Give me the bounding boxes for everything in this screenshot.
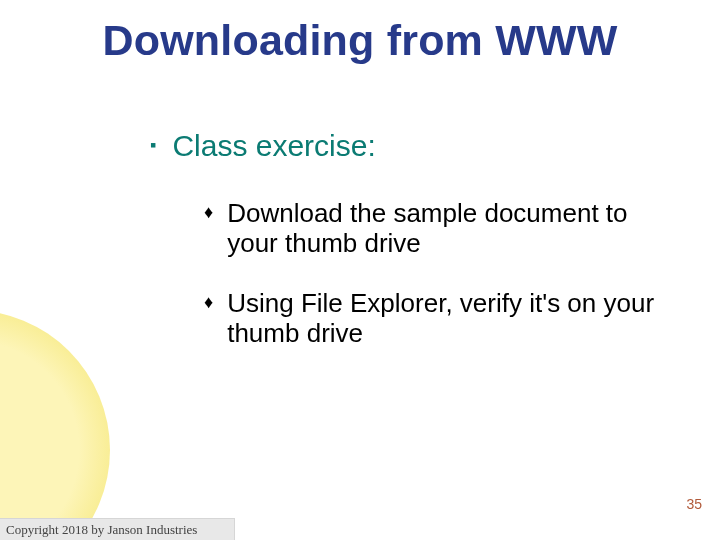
- copyright-text: Copyright 2018 by Janson Industries: [6, 522, 197, 538]
- slide-content: ▪ Class exercise: ♦ Download the sample …: [150, 130, 680, 378]
- list-item: ▪ Class exercise:: [150, 130, 680, 162]
- level1-text: Class exercise:: [172, 130, 375, 162]
- sub-list: ♦ Download the sample document to your t…: [204, 198, 680, 348]
- page-number: 35: [686, 496, 702, 512]
- diamond-bullet-icon: ♦: [204, 288, 213, 316]
- list-item: ♦ Download the sample document to your t…: [204, 198, 680, 258]
- level2-text: Using File Explorer, verify it's on your…: [227, 288, 680, 348]
- slide-title: Downloading from WWW: [0, 16, 720, 65]
- list-item: ♦ Using File Explorer, verify it's on yo…: [204, 288, 680, 348]
- copyright-bar: Copyright 2018 by Janson Industries: [0, 518, 235, 540]
- level2-text: Download the sample document to your thu…: [227, 198, 680, 258]
- diamond-bullet-icon: ♦: [204, 198, 213, 226]
- square-bullet-icon: ▪: [150, 130, 156, 160]
- slide: Downloading from WWW ▪ Class exercise: ♦…: [0, 0, 720, 540]
